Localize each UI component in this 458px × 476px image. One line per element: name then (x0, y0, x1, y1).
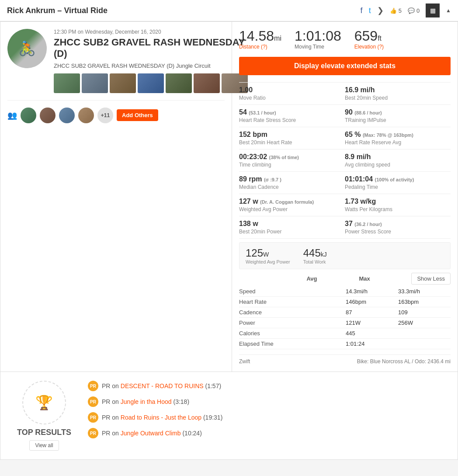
stats-right-desc-5: Watts Per Kilograms (345, 206, 451, 212)
stats-left-desc-4: Median Cadence (239, 184, 345, 190)
avg-max-max-val-1: 163bpm (398, 299, 451, 305)
stats-right-desc-0: Best 20min Speed (345, 95, 451, 101)
thumbnail-strip (54, 73, 248, 93)
avg-max-row-label-5: Elapsed Time (239, 340, 346, 347)
avg-max-max-val-3: 256W (398, 320, 451, 326)
thumbnail-3[interactable] (110, 73, 136, 93)
view-all-button[interactable]: View all (29, 440, 59, 451)
result-item-1: PR PR on Jungle in tha Hood (3:18) (88, 396, 449, 407)
elevate-extended-stats-button[interactable]: Display elevate extended stats (239, 57, 451, 75)
stats-grid: 1.00 Move Ratio 16.9 mi/h Best 20min Spe… (239, 82, 451, 239)
result-link-0[interactable]: DESCENT - ROAD TO RUINS (121, 382, 204, 389)
stats-right-num-6: 37 (36.2 / hour) (345, 220, 451, 228)
avg-max-row-4: Calories 445 (239, 328, 451, 339)
twitter-icon[interactable]: t (369, 6, 371, 15)
stats-left-6: 138 w Best 20min Power (239, 220, 345, 235)
qr-button[interactable]: ▦ (426, 3, 440, 17)
weighted-power-value: 125W (246, 247, 290, 259)
stats-left-2: 152 bpm Best 20min Heart Rate (239, 131, 345, 146)
stats-right-num-3: 8.9 mi/h (345, 153, 451, 161)
avg-max-row-label-2: Cadence (239, 309, 346, 316)
avg-max-avg-val-4: 445 (346, 330, 398, 337)
result-link-1[interactable]: Jungle in tha Hood (121, 398, 172, 405)
stats-row-5: 127 w (Dr. A. Coggan formula) Weighted A… (239, 194, 451, 216)
platform-label: Zwift (239, 358, 250, 365)
avatar-image: 🚴 (7, 29, 47, 68)
stats-left-num-0: 1.00 (239, 86, 345, 94)
result-item-0: PR PR on DESCENT - ROAD TO RUINS (1:57) (88, 381, 449, 391)
kudos-button[interactable]: 👍 5 (390, 7, 402, 14)
total-work-label: Total Work (303, 259, 327, 264)
moving-time-value: 1:01:08 (295, 29, 341, 43)
participant-avatar-2[interactable] (40, 108, 56, 123)
top-results-panel: 🏆 TOP RESULTS View all (9, 381, 79, 451)
stats-right-6: 37 (36.2 / hour) Power Stress Score (345, 220, 451, 235)
comment-button[interactable]: 💬 0 (408, 7, 420, 14)
participant-avatar-3[interactable] (59, 108, 75, 123)
avg-max-row-label-1: Heart Rate (239, 299, 346, 305)
elevation-link[interactable]: Elevation (?) (354, 44, 384, 50)
stats-left-desc-3: Time climbing (239, 162, 345, 168)
result-link-3[interactable]: Jungle Outward Climb (121, 430, 181, 437)
avg-max-max-val-2: 109 (398, 309, 451, 316)
pr-badge-0: PR (88, 381, 98, 391)
stats-right-desc-4: Pedaling Time (345, 184, 451, 190)
footer-info: Zwift Bike: Blue Norcross AL / Odo: 2436… (239, 354, 451, 365)
avg-max-header-row: Avg Max Show Less (239, 273, 451, 285)
stats-left-desc-2: Best 20min Heart Rate (239, 139, 345, 146)
result-link-2[interactable]: Road to Ruins - Just the Loop (121, 414, 201, 421)
activity-title: ZHCC SUB2 GRAVEL RASH WEDNESDAY (D) (54, 37, 248, 60)
pr-badge-1: PR (88, 396, 98, 407)
result-text-1: PR on Jungle in tha Hood (3:18) (102, 398, 189, 405)
more-participants-count[interactable]: +11 (97, 108, 113, 123)
stats-left-1: 54 (53.1 / hour) Heart Rate Stress Score (239, 108, 345, 123)
main-stats: 14.58mi Distance (?) 1:01:08 Moving Time… (239, 29, 451, 50)
page-header: Rick Ankrum – Virtual Ride f t ❯ 👍 5 💬 0… (0, 0, 458, 21)
result-item-3: PR PR on Jungle Outward Climb (10:24) (88, 428, 449, 438)
activity-header: 🚴 12:30 PM on Wednesday, December 16, 20… (7, 29, 225, 93)
stats-right-num-1: 90 (88.6 / hour) (345, 108, 451, 116)
stats-left-num-4: 89 rpm (σ :9.7 ) (239, 175, 345, 183)
thumbnail-4[interactable] (138, 73, 164, 93)
stats-right-desc-1: TRaining IMPulse (345, 117, 451, 123)
thumbnail-2[interactable] (82, 73, 108, 93)
weighted-avg-power: 125W Weighted Avg Power (246, 247, 290, 264)
avatar: 🚴 (7, 29, 47, 68)
stats-right-num-5: 1.73 w/kg (345, 198, 451, 205)
right-panel: 14.58mi Distance (?) 1:01:08 Moving Time… (232, 22, 458, 372)
max-column-header: Max (359, 275, 411, 282)
elevation-label: Elevation (?) (354, 44, 384, 50)
participant-avatar-1[interactable] (21, 108, 36, 123)
distance-stat: 14.58mi Distance (?) (239, 29, 281, 50)
page-title: Rick Ankrum – Virtual Ride (7, 6, 108, 15)
kudos-count: 5 (399, 7, 402, 14)
thumbnail-6[interactable] (194, 73, 220, 93)
thumbnail-1[interactable] (54, 73, 80, 93)
weighted-power-label: Weighted Avg Power (246, 259, 290, 264)
main-content: 🚴 12:30 PM on Wednesday, December 16, 20… (0, 21, 458, 372)
add-others-button[interactable]: Add Others (117, 109, 158, 121)
bike-info: Bike: Blue Norcross AL / Odo: 2436.4 mi (357, 358, 451, 365)
people-icon: 👥 (7, 111, 17, 120)
avg-max-row-1: Heart Rate 146bpm 163bpm (239, 297, 451, 307)
stats-row-3: 00:23:02 (38% of time) Time climbing 8.9… (239, 149, 451, 172)
result-text-3: PR on Jungle Outward Climb (10:24) (102, 430, 202, 437)
stats-left-num-6: 138 w (239, 220, 345, 228)
share-icon[interactable]: ❯ (377, 6, 384, 15)
distance-link[interactable]: Distance (?) (239, 44, 267, 50)
chevron-up-icon[interactable]: ▲ (446, 7, 451, 14)
stats-left-num-2: 152 bpm (239, 131, 345, 139)
activity-date: 12:30 PM on Wednesday, December 16, 2020 (54, 29, 248, 35)
show-less-button[interactable]: Show Less (411, 273, 451, 285)
activity-subtitle: ZHCC SUB2 GRAVEL RASH WEDNESDAY (D) Jung… (54, 63, 248, 69)
stats-right-3: 8.9 mi/h Avg climbing speed (345, 153, 451, 168)
total-work: 445kJ Total Work (303, 247, 327, 264)
stats-right-num-0: 16.9 mi/h (345, 86, 451, 94)
stats-left-num-5: 127 w (Dr. A. Coggan formula) (239, 198, 345, 205)
stats-left-desc-6: Best 20min Power (239, 229, 345, 235)
thumbnail-5[interactable] (166, 73, 192, 93)
participant-avatar-4[interactable] (78, 108, 94, 123)
power-summary: 125W Weighted Avg Power 445kJ Total Work (239, 242, 451, 269)
stats-left-3: 00:23:02 (38% of time) Time climbing (239, 153, 345, 168)
facebook-icon[interactable]: f (361, 6, 363, 15)
